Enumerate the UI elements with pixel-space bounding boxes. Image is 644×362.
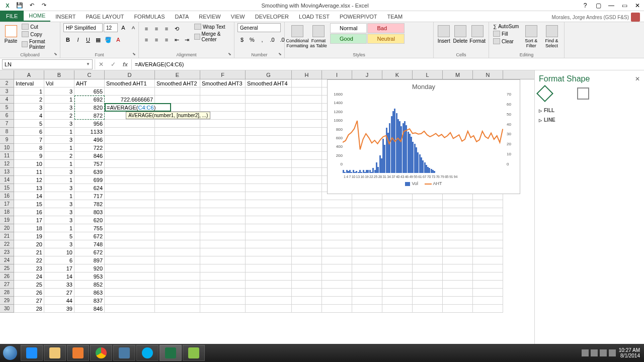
row-header[interactable]: 16: [0, 192, 14, 200]
cell[interactable]: [246, 87, 292, 96]
cell[interactable]: 3: [44, 104, 74, 112]
cell[interactable]: 15: [14, 200, 44, 208]
cell[interactable]: 6: [44, 256, 74, 264]
format-cells-button[interactable]: Format: [469, 23, 486, 44]
cell[interactable]: [105, 208, 155, 216]
style-normal[interactable]: Normal: [330, 23, 367, 33]
cell[interactable]: [246, 297, 292, 305]
cell[interactable]: [292, 96, 322, 104]
cell[interactable]: 846: [74, 305, 105, 313]
cell[interactable]: 27: [44, 289, 74, 297]
cell[interactable]: [155, 160, 200, 168]
font-name-select[interactable]: [63, 23, 103, 32]
cell[interactable]: 3: [14, 104, 44, 112]
taskbar-media[interactable]: [67, 345, 89, 361]
cell[interactable]: 17: [14, 216, 44, 224]
cell[interactable]: 1: [44, 144, 74, 152]
cell[interactable]: [292, 305, 322, 313]
cell[interactable]: 12: [14, 176, 44, 184]
cell[interactable]: [443, 273, 473, 281]
cell[interactable]: [292, 168, 322, 176]
row-header[interactable]: 5: [0, 104, 14, 112]
cell[interactable]: [292, 184, 322, 192]
cell[interactable]: [443, 248, 473, 256]
cell[interactable]: 717: [74, 192, 105, 200]
col-header-K[interactable]: K: [382, 70, 413, 79]
cell[interactable]: [352, 208, 382, 216]
effects-tab-icon[interactable]: [558, 87, 570, 100]
cell[interactable]: 10: [44, 248, 74, 256]
close-icon[interactable]: ✕: [631, 1, 644, 10]
cell[interactable]: 3: [44, 168, 74, 176]
cell[interactable]: [443, 305, 473, 313]
cell[interactable]: [200, 184, 246, 192]
cell[interactable]: 1: [44, 224, 74, 232]
cell[interactable]: 872: [74, 112, 105, 120]
col-header-J[interactable]: J: [352, 70, 382, 79]
cell[interactable]: [246, 104, 292, 112]
formula-input[interactable]: =AVERAGE(C4:C6): [132, 61, 644, 67]
cell[interactable]: [473, 248, 503, 256]
decrease-font-icon[interactable]: A: [129, 23, 138, 32]
cell[interactable]: [382, 208, 413, 216]
undo-icon[interactable]: ↶: [26, 1, 37, 10]
cell[interactable]: 620: [74, 216, 105, 224]
cell[interactable]: 14: [44, 273, 74, 281]
cell[interactable]: 1: [44, 160, 74, 168]
row-header[interactable]: 9: [0, 136, 14, 144]
col-header-N[interactable]: N: [473, 70, 503, 79]
maximize-icon[interactable]: ▭: [618, 1, 631, 10]
cell[interactable]: [382, 273, 413, 281]
cell[interactable]: [352, 248, 382, 256]
cell[interactable]: [105, 160, 155, 168]
increase-indent-icon[interactable]: ⇥: [182, 35, 191, 44]
cell[interactable]: [292, 297, 322, 305]
cell[interactable]: [246, 152, 292, 160]
taskbar-captivate[interactable]: [183, 345, 205, 361]
cell[interactable]: [155, 240, 200, 248]
cell[interactable]: 25: [14, 281, 44, 289]
cell[interactable]: [382, 232, 413, 240]
cell[interactable]: [382, 216, 413, 224]
cell[interactable]: [352, 224, 382, 232]
cell[interactable]: [155, 168, 200, 176]
cell[interactable]: 803: [74, 208, 105, 216]
cell[interactable]: 3: [44, 216, 74, 224]
cell[interactable]: 953: [74, 273, 105, 281]
cell[interactable]: [413, 305, 443, 313]
cell[interactable]: [246, 200, 292, 208]
cell[interactable]: [105, 289, 155, 297]
cell[interactable]: [246, 168, 292, 176]
cell[interactable]: 624: [74, 184, 105, 192]
cell[interactable]: [473, 200, 503, 208]
cell[interactable]: 9: [14, 152, 44, 160]
cell[interactable]: [292, 240, 322, 248]
cell-editor[interactable]: =AVERAGE(C4:C6): [105, 103, 171, 112]
cell[interactable]: 14: [14, 192, 44, 200]
cell[interactable]: 956: [74, 120, 105, 128]
find-select-button[interactable]: Find & Select: [542, 23, 561, 48]
cell[interactable]: [322, 240, 352, 248]
taskbar-excel[interactable]: [159, 345, 182, 361]
cell[interactable]: 11: [14, 168, 44, 176]
col-header-L[interactable]: L: [413, 70, 443, 79]
cell[interactable]: 782: [74, 200, 105, 208]
cell[interactable]: [443, 264, 473, 273]
cell[interactable]: [155, 128, 200, 136]
cell[interactable]: [413, 289, 443, 297]
cell[interactable]: [352, 305, 382, 313]
row-header[interactable]: 12: [0, 160, 14, 168]
system-tray[interactable]: 10:27 AM 8/1/2014: [582, 347, 644, 358]
cell[interactable]: [413, 273, 443, 281]
cell[interactable]: [105, 87, 155, 96]
cell[interactable]: [246, 240, 292, 248]
cell[interactable]: [473, 216, 503, 224]
cell[interactable]: [105, 120, 155, 128]
redo-icon[interactable]: ↷: [38, 1, 49, 10]
cell[interactable]: [292, 79, 322, 87]
cell[interactable]: [292, 176, 322, 184]
cell[interactable]: [382, 305, 413, 313]
increase-font-icon[interactable]: A: [119, 23, 128, 32]
row-header[interactable]: 10: [0, 144, 14, 152]
tab-page-layout[interactable]: PAGE LAYOUT: [80, 12, 129, 22]
